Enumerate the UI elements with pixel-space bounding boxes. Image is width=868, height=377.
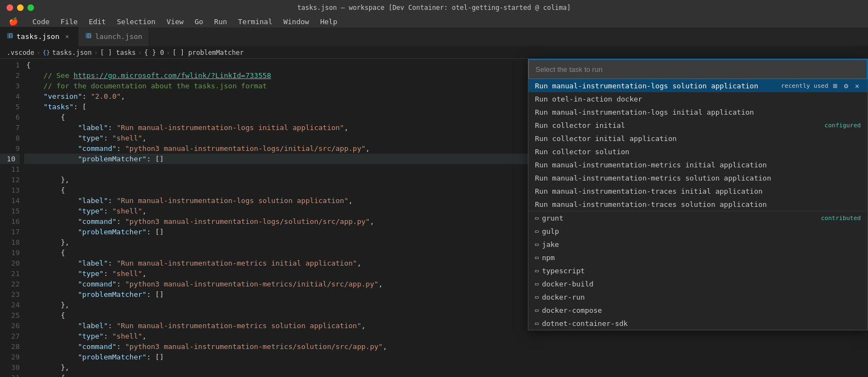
line-numbers: 12345 678910 1112131415 1617181920 21222… (0, 59, 24, 377)
split-icon[interactable]: ⊞ (832, 81, 839, 91)
folder-icon: ▭ (535, 280, 539, 288)
tab-tasks-label: tasks.json (16, 32, 59, 41)
task-label: Run manual-instrumentation-logs initial … (535, 108, 754, 116)
badge-configured: configured (825, 122, 861, 129)
task-item-run-otel-docker[interactable]: Run otel-in-action docker (528, 92, 867, 105)
breadcrumb: .vscode › {} tasks.json › [ ] tasks › { … (0, 47, 868, 59)
task-label: Run manual-instrumentation-logs solution… (535, 82, 758, 90)
menu-file[interactable]: File (56, 15, 82, 27)
breadcrumb-0[interactable]: { } 0 (144, 49, 164, 57)
task-label: Run manual-instrumentation-metrics solut… (535, 174, 771, 182)
menu-selection[interactable]: Selection (112, 15, 160, 27)
folder-icon: ▭ (535, 215, 539, 222)
task-item-run-manual-metrics-solution[interactable]: Run manual-instrumentation-metrics solut… (528, 171, 867, 184)
task-label: Run manual-instrumentation-traces soluti… (535, 200, 767, 209)
breadcrumb-tasks-array[interactable]: [ ] tasks (100, 49, 136, 57)
traffic-lights (7, 4, 34, 11)
tabs-bar: {} tasks.json ✕ {} launch.json (0, 27, 868, 47)
task-label: jake (542, 240, 559, 249)
tab-tasks-close[interactable]: ✕ (63, 32, 71, 41)
task-label: npm (542, 254, 555, 262)
menu-view[interactable]: View (162, 15, 188, 27)
window-title: tasks.json — workspace [Dev Container: o… (7, 4, 861, 12)
breadcrumb-vscode[interactable]: .vscode (7, 49, 35, 57)
task-item-run-collector-solution[interactable]: Run collector solution (528, 145, 867, 158)
menu-help[interactable]: Help (315, 15, 341, 27)
task-item-dotnet-container-sdk[interactable]: ▭ dotnet-container-sdk (528, 317, 867, 330)
folder-icon: ▭ (535, 320, 539, 327)
breadcrumb-tasksjson[interactable]: tasks.json (52, 49, 92, 57)
task-item-grunt[interactable]: ▭ grunt contributed (528, 211, 867, 224)
breadcrumb-tasks-icon: {} (43, 49, 50, 56)
task-label: Run collector initial application (535, 134, 677, 143)
badge-recently-used: recently used (781, 82, 828, 89)
folder-icon: ▭ (535, 267, 539, 274)
task-item-run-manual-traces-solution[interactable]: Run manual-instrumentation-traces soluti… (528, 198, 867, 211)
task-search-input[interactable] (528, 59, 867, 79)
folder-icon: ▭ (535, 254, 539, 261)
task-label: docker-build (542, 280, 594, 288)
task-item-npm[interactable]: ▭ npm (528, 251, 867, 264)
folder-icon: ▭ (535, 294, 539, 301)
maximize-button[interactable] (27, 4, 34, 11)
task-item-docker-run[interactable]: ▭ docker-run (528, 290, 867, 303)
task-item-run-collector-initial-app[interactable]: Run collector initial application (528, 132, 867, 145)
menu-apple[interactable]: 🍎 (4, 15, 22, 27)
task-item-run-collector-initial[interactable]: Run collector initial configured (528, 119, 867, 132)
task-label: dotnet-container-sdk (542, 319, 628, 328)
svg-text:{}: {} (87, 33, 92, 38)
task-label: Run manual-instrumentation-metrics initi… (535, 161, 767, 169)
menu-bar: 🍎 Code File Edit Selection View Go Run T… (0, 15, 868, 27)
minimize-button[interactable] (17, 4, 24, 11)
close-button[interactable] (7, 4, 13, 11)
task-item-docker-build[interactable]: ▭ docker-build (528, 277, 867, 290)
menu-terminal[interactable]: Terminal (234, 15, 277, 27)
menu-edit[interactable]: Edit (84, 15, 110, 27)
task-item-run-manual-logs-initial[interactable]: Run manual-instrumentation-logs initial … (528, 105, 867, 119)
task-item-jake[interactable]: ▭ jake (528, 238, 867, 251)
task-label: gulp (542, 227, 559, 235)
task-label: typescript (542, 267, 585, 275)
task-item-docker-compose[interactable]: ▭ docker-compose (528, 303, 867, 317)
folder-icon: ▭ (535, 307, 539, 314)
task-label: grunt (542, 214, 563, 222)
close-icon[interactable]: ✕ (853, 81, 861, 91)
folder-icon: ▭ (535, 228, 539, 235)
editor-area: 12345 678910 1112131415 1617181920 21222… (0, 59, 868, 377)
task-label: Run otel-in-action docker (535, 95, 642, 103)
folder-icon: ▭ (535, 241, 539, 248)
tab-launch-icon: {} (85, 32, 92, 41)
task-list: Run manual-instrumentation-logs solution… (528, 79, 867, 330)
tab-launch-label: launch.json (95, 32, 142, 41)
menu-code[interactable]: Code (28, 15, 54, 27)
task-label: Run manual-instrumentation-traces initia… (535, 187, 763, 195)
task-item-run-manual-traces-initial[interactable]: Run manual-instrumentation-traces initia… (528, 184, 867, 198)
task-label: docker-run (542, 293, 585, 301)
tab-launch-json[interactable]: {} launch.json (78, 27, 149, 46)
badge-contributed: contributed (821, 215, 861, 222)
titlebar: tasks.json — workspace [Dev Container: o… (0, 0, 868, 15)
tab-tasks-json[interactable]: {} tasks.json ✕ (0, 27, 78, 46)
task-dropdown: Run manual-instrumentation-logs solution… (528, 59, 868, 330)
task-item-run-manual-metrics-initial[interactable]: Run manual-instrumentation-metrics initi… (528, 158, 867, 171)
task-label: Run collector initial (535, 121, 625, 130)
task-label: docker-compose (542, 306, 602, 314)
task-item-gulp[interactable]: ▭ gulp (528, 224, 867, 238)
menu-go[interactable]: Go (190, 15, 208, 27)
task-label: Run collector solution (535, 148, 629, 156)
menu-window[interactable]: Window (279, 15, 313, 27)
gear-icon[interactable]: ⚙ (842, 81, 850, 91)
tab-tasks-icon: {} (7, 32, 13, 41)
task-item-run-manual-logs-solution[interactable]: Run manual-instrumentation-logs solution… (528, 79, 867, 92)
svg-text:{}: {} (8, 33, 13, 38)
task-item-typescript[interactable]: ▭ typescript (528, 264, 867, 277)
menu-run[interactable]: Run (210, 15, 231, 27)
breadcrumb-problemmatcher[interactable]: [ ] problemMatcher (172, 49, 244, 57)
